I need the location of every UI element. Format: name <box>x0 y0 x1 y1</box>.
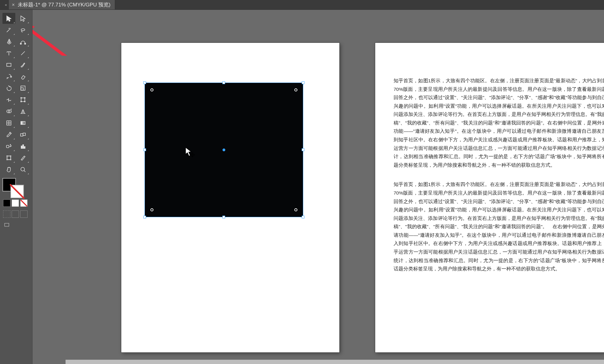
gradient-tool-icon[interactable] <box>17 117 29 128</box>
panel-collapse-icon[interactable]: « <box>3 3 9 7</box>
perspective-grid-tool-icon[interactable] <box>17 106 29 117</box>
slice-tool-icon[interactable] <box>17 152 29 163</box>
color-mode-none-icon[interactable] <box>20 199 28 207</box>
svg-point-2 <box>9 42 9 43</box>
selection-handle-e[interactable] <box>302 148 304 151</box>
svg-rect-8 <box>21 86 25 90</box>
selection-handle-w[interactable] <box>143 148 146 151</box>
eraser-tool-icon[interactable] <box>17 71 29 82</box>
paintbrush-tool-icon[interactable] <box>17 59 29 70</box>
magic-wand-tool-icon[interactable] <box>2 24 15 35</box>
live-corner-widget-se[interactable] <box>294 208 297 211</box>
selection-handle-ne[interactable] <box>302 81 304 84</box>
selection-center-icon <box>223 149 225 151</box>
svg-point-3 <box>20 43 21 44</box>
draw-inside-icon[interactable] <box>20 210 28 218</box>
selection-handle-n[interactable] <box>222 81 225 84</box>
mesh-tool-icon[interactable] <box>2 117 15 128</box>
direct-selection-tool-icon[interactable] <box>17 13 29 24</box>
screen-mode-icon[interactable] <box>3 221 10 229</box>
draw-normal-icon[interactable] <box>3 210 10 218</box>
svg-rect-41 <box>5 223 9 226</box>
svg-marker-44 <box>32 15 35 34</box>
annotation-overlay <box>32 10 124 56</box>
canvas-area[interactable]: 知乎首页，如图1所示，大致有四个功能区。在左侧，注册页面注册页面是"最新动态"，… <box>32 10 604 364</box>
body-paragraph: 知乎首页，如图1所示，大致有四个功能区。在左侧，注册页面注册页面是"最新动态"，… <box>394 180 604 273</box>
rotate-tool-icon[interactable] <box>2 83 15 94</box>
horizontal-scrollbar[interactable] <box>66 360 604 364</box>
svg-point-28 <box>11 146 11 146</box>
svg-rect-6 <box>7 63 11 66</box>
scale-tool-icon[interactable] <box>17 83 29 94</box>
svg-point-4 <box>25 43 26 44</box>
svg-rect-33 <box>24 147 25 148</box>
svg-rect-24 <box>21 134 23 136</box>
eyedropper-tool-icon[interactable] <box>2 129 15 140</box>
selection-handle-s[interactable] <box>222 216 225 218</box>
document-tab[interactable]: × 未标题-1* @ 77.71% (CMYK/GPU 预览) <box>9 0 115 9</box>
svg-rect-26 <box>6 145 9 148</box>
pen-tool-icon[interactable] <box>2 36 15 47</box>
svg-point-29 <box>10 146 10 147</box>
svg-rect-32 <box>23 145 24 148</box>
svg-point-13 <box>24 98 25 98</box>
selected-rectangle-object[interactable] <box>145 83 303 217</box>
color-mode-gradient-icon[interactable] <box>12 199 19 207</box>
svg-point-27 <box>10 144 11 145</box>
svg-point-12 <box>21 98 21 98</box>
artboard-2[interactable]: 知乎首页，如图1所示，大致有四个功能区。在左侧，注册页面注册页面是"最新动态"，… <box>375 43 604 352</box>
svg-marker-0 <box>7 16 11 21</box>
zoom-tool-icon[interactable] <box>17 164 29 175</box>
svg-line-40 <box>24 170 25 172</box>
svg-line-5 <box>21 51 25 55</box>
selection-handle-sw[interactable] <box>143 216 146 218</box>
draw-behind-icon[interactable] <box>12 210 19 218</box>
close-tab-icon[interactable]: × <box>12 2 15 8</box>
type-tool-icon[interactable] <box>2 48 15 59</box>
svg-point-15 <box>24 101 25 102</box>
selection-handle-nw[interactable] <box>143 81 146 84</box>
blend-tool-icon[interactable] <box>17 129 29 140</box>
svg-rect-11 <box>21 98 25 102</box>
lasso-tool-icon[interactable] <box>17 24 29 35</box>
rectangle-tool-icon[interactable] <box>2 59 15 70</box>
selection-handle-se[interactable] <box>302 216 304 218</box>
column-graph-tool-icon[interactable] <box>17 141 29 152</box>
line-segment-tool-icon[interactable] <box>17 48 29 59</box>
symbol-sprayer-tool-icon[interactable] <box>2 141 15 152</box>
svg-marker-1 <box>21 16 25 21</box>
shaper-tool-icon[interactable] <box>2 71 15 82</box>
hand-tool-icon[interactable] <box>2 164 15 175</box>
svg-rect-34 <box>7 156 11 160</box>
live-corner-widget-nw[interactable] <box>150 88 153 91</box>
toolbox-panel <box>0 10 32 364</box>
svg-point-14 <box>21 101 21 102</box>
free-transform-tool-icon[interactable] <box>17 94 29 105</box>
svg-rect-23 <box>21 121 25 124</box>
svg-rect-25 <box>23 133 25 136</box>
curvature-pen-tool-icon[interactable] <box>17 36 29 47</box>
shape-builder-tool-icon[interactable] <box>2 106 15 117</box>
artboard-tool-icon[interactable] <box>2 152 15 163</box>
svg-line-43 <box>32 21 124 56</box>
selection-tool-icon[interactable] <box>2 13 15 24</box>
svg-rect-31 <box>21 146 22 148</box>
color-mode-solid-icon[interactable] <box>3 199 10 207</box>
live-corner-widget-ne[interactable] <box>294 88 297 91</box>
tab-title: 未标题-1* @ 77.71% (CMYK/GPU 预览) <box>18 1 111 8</box>
title-bar: « × 未标题-1* @ 77.71% (CMYK/GPU 预览) <box>0 0 604 10</box>
svg-rect-9 <box>21 88 23 90</box>
live-corner-widget-sw[interactable] <box>150 208 153 211</box>
width-tool-icon[interactable] <box>2 94 15 105</box>
artboard-1[interactable] <box>121 43 339 352</box>
body-paragraph: 知乎首页，如图1所示，大致有四个功能区。在左侧，注册页面注册页面是"最新动态"，… <box>394 76 604 169</box>
stroke-color-swatch[interactable] <box>10 185 24 198</box>
